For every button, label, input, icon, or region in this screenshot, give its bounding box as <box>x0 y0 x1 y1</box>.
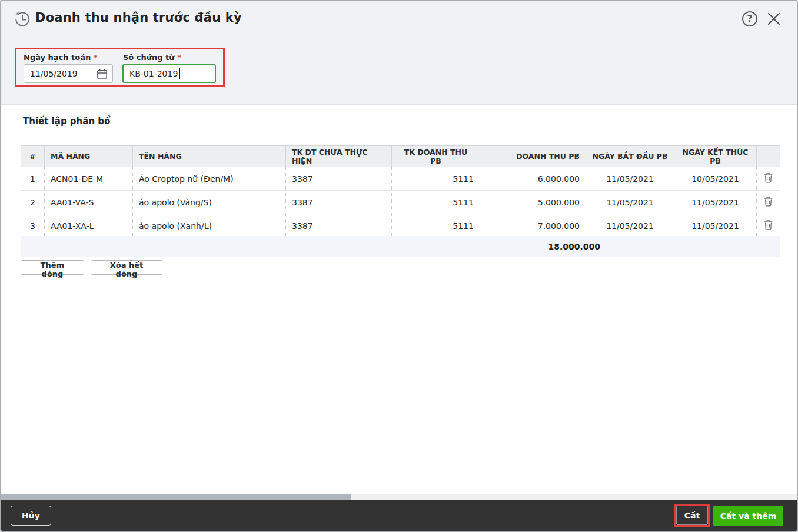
cell-doanh-thu[interactable]: 6.000.000 <box>480 167 586 191</box>
save-button[interactable]: Cất <box>676 506 708 525</box>
table-total-row: 18.000.000 <box>21 236 780 257</box>
dialog-window: Doanh thu nhận trước đầu kỳ ? Ngày hạch … <box>0 0 798 532</box>
col-header-ngay-ket-thuc-pb: NGÀY KẾT THÚC PB <box>674 146 757 167</box>
voucher-no-input[interactable]: KB-01-2019 <box>122 64 216 83</box>
clear-rows-button[interactable]: Xóa hết dòng <box>91 260 162 275</box>
col-header-actions <box>757 146 780 167</box>
posting-date-label: Ngày hạch toán * <box>24 53 98 62</box>
cell-delete <box>757 167 780 191</box>
close-icon[interactable] <box>765 10 783 28</box>
help-icon[interactable]: ? <box>742 11 757 26</box>
col-header-ngay-bat-dau-pb: NGÀY BẮT ĐẦU PB <box>586 146 674 167</box>
page-title: Doanh thu nhận trước đầu kỳ <box>35 11 242 25</box>
col-header-tk-doanh-thu-pb: TK DOANH THU PB <box>392 146 480 167</box>
cell-doanh-thu[interactable]: 7.000.000 <box>480 214 586 238</box>
cell-ten-hang[interactable]: áo apolo (Xanh/L) <box>133 214 286 238</box>
col-header-ten-hang: TÊN HÀNG <box>133 146 286 167</box>
dialog-header-area: Doanh thu nhận trước đầu kỳ ? Ngày hạch … <box>1 1 797 105</box>
horizontal-scrollbar-thumb[interactable] <box>1 494 351 500</box>
cell-ngay-bat-dau[interactable]: 11/05/2021 <box>586 191 674 214</box>
cell-delete <box>757 214 780 238</box>
cell-ngay-ket-thuc[interactable]: 10/05/2021 <box>674 167 757 191</box>
delete-row-icon[interactable] <box>763 196 773 207</box>
col-header-no: # <box>21 146 45 167</box>
required-asterisk: * <box>177 53 181 62</box>
add-row-button[interactable]: Thêm dòng <box>21 260 84 275</box>
cell-ma-hang[interactable]: AA01-XA-L <box>45 214 133 238</box>
cell-tk-dt[interactable]: 3387 <box>286 191 392 214</box>
cell-ma-hang[interactable]: AA01-VA-S <box>45 191 133 214</box>
cell-ten-hang[interactable]: Áo Croptop nữ (Đen/M) <box>133 167 286 191</box>
table-row[interactable]: 2 AA01-VA-S áo apolo (Vàng/S) 3387 5111 … <box>21 191 780 214</box>
allocation-section-title: Thiết lập phân bổ <box>23 116 110 127</box>
cell-delete <box>757 191 780 214</box>
text-cursor <box>179 68 180 79</box>
delete-row-icon[interactable] <box>763 220 773 230</box>
col-header-tk-dt-chua-thuc-hien: TK DT CHƯA THỰC HIỆN <box>286 146 392 167</box>
cell-tk-dt[interactable]: 3387 <box>286 214 392 238</box>
row-no: 3 <box>21 214 45 238</box>
col-header-ma-hang: MÃ HÀNG <box>45 146 133 167</box>
posting-date-input[interactable]: 11/05/2019 <box>24 64 113 83</box>
cell-ten-hang[interactable]: áo apolo (Vàng/S) <box>133 191 286 214</box>
delete-row-icon[interactable] <box>763 172 773 183</box>
cell-doanh-thu[interactable]: 5.000.000 <box>480 191 586 214</box>
footer-bar: Hủy Cất Cất và thêm <box>1 500 797 531</box>
required-asterisk: * <box>94 53 98 62</box>
history-icon <box>13 10 32 29</box>
save-and-add-button[interactable]: Cất và thêm <box>713 506 783 526</box>
cell-ngay-ket-thuc[interactable]: 11/05/2021 <box>674 191 757 214</box>
cell-tk-dt[interactable]: 3387 <box>286 167 392 191</box>
cell-ngay-ket-thuc[interactable]: 11/05/2021 <box>674 214 757 238</box>
horizontal-scrollbar-track[interactable] <box>1 494 797 500</box>
annotation-box-save: Cất <box>674 504 710 527</box>
cell-ma-hang[interactable]: ACN01-DE-M <box>45 167 133 191</box>
allocation-table: # MÃ HÀNG TÊN HÀNG TK DT CHƯA THỰC HIỆN … <box>21 145 780 238</box>
table-header-row: # MÃ HÀNG TÊN HÀNG TK DT CHƯA THỰC HIỆN … <box>21 146 780 167</box>
cell-tk-pb[interactable]: 5111 <box>392 167 480 191</box>
cell-tk-pb[interactable]: 5111 <box>392 214 480 238</box>
cell-tk-pb[interactable]: 5111 <box>392 191 480 214</box>
cancel-button[interactable]: Hủy <box>11 506 51 526</box>
row-no: 1 <box>21 167 45 191</box>
title-bar: Doanh thu nhận trước đầu kỳ ? <box>1 1 797 38</box>
cell-ngay-bat-dau[interactable]: 11/05/2021 <box>586 167 674 191</box>
table-row[interactable]: 1 ACN01-DE-M Áo Croptop nữ (Đen/M) 3387 … <box>21 167 780 191</box>
calendar-icon[interactable] <box>97 68 108 79</box>
table-row[interactable]: 3 AA01-XA-L áo apolo (Xanh/L) 3387 5111 … <box>21 214 780 238</box>
total-doanh-thu-pb: 18.000.000 <box>499 242 600 251</box>
cell-ngay-bat-dau[interactable]: 11/05/2021 <box>586 214 674 238</box>
col-header-doanh-thu-pb: DOANH THU PB <box>480 146 586 167</box>
row-no: 2 <box>21 191 45 214</box>
voucher-no-label: Số chứng từ * <box>123 53 181 62</box>
